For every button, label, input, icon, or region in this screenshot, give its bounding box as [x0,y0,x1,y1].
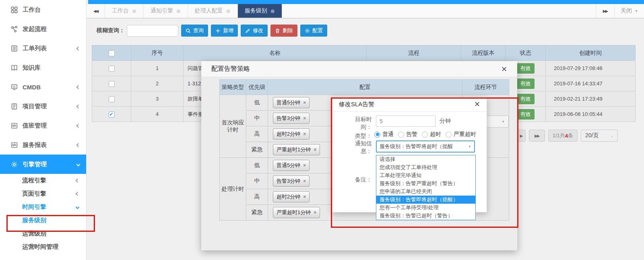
tag-remove-icon[interactable]: × [303,178,306,184]
tab-service-level[interactable]: 服务级别 ⊗ [238,4,282,18]
tab-label: 工作台 [112,7,129,14]
tab-notify-engine[interactable]: 通知引擎 ⊗ [144,4,188,18]
row-checkbox[interactable] [109,66,115,72]
tab-workbench[interactable]: 工作台 ⊗ [105,4,144,18]
cell-no: 3 [131,91,184,107]
delete-button[interactable]: 删除 [270,25,297,37]
dropdown-option[interactable]: 服务级别：告警即将超时（提醒） [376,196,475,204]
sla-tag[interactable]: 普通5分钟× [273,97,310,108]
next-page-button[interactable]: ▶ [517,130,526,142]
tag-remove-icon[interactable]: × [303,194,306,200]
target-time-input[interactable] [376,116,436,127]
table-header-row: 序号 名称 流程 流程版本 状态 创建时间 [92,45,636,61]
gear-icon [10,161,18,168]
tab-close-icon[interactable]: ⊗ [132,8,136,14]
sidebar-item-project-mgmt[interactable]: 项目管理 [0,97,86,116]
tag-remove-icon[interactable]: × [314,147,316,153]
dropdown-option[interactable]: 工单处理完毕通知 [376,171,475,180]
priority-cell: 紧急 [246,142,268,158]
sla-tag[interactable]: 超时2分钟× [273,191,310,202]
tag-remove-icon[interactable]: × [303,163,306,168]
edit-button[interactable]: 修改 [241,25,268,37]
dropdown-option[interactable]: 请选择 [376,155,475,163]
last-page-button[interactable]: ▶▶ [529,130,545,142]
close-tabs-dropdown[interactable]: 关闭 ▼ [614,4,644,18]
select-all-checkbox[interactable] [109,50,115,56]
chevron-down-icon: ⌄ [611,134,613,138]
tab-bar: ◀◀ 工作台 ⊗ 通知引擎 ⊗ 处理人配置 ⊗ 服务级别 ⊗ ▶▶ 关闭 ▼ [87,4,644,19]
sidebar-item-label: 项目管理 [23,103,77,110]
radio-option-timeout[interactable]: 超时 [422,131,441,138]
dropdown-option[interactable]: 您申请的工单已经关闭 [376,188,475,196]
sidebar-subitem-label: 流程引擎 [22,177,76,184]
column-header-flow: 流程 [367,45,461,61]
radio-option-severe-timeout[interactable]: 严重超时 [446,131,476,138]
radio-icon[interactable] [398,132,404,138]
tag-remove-icon[interactable]: × [303,116,306,121]
row-checkbox[interactable] [109,96,115,102]
column-header-policy-type: 策略类型 [220,80,246,95]
page-size-select[interactable]: 20/页 ⌄ [581,130,618,142]
tag-remove-icon[interactable]: × [303,100,306,105]
sidebar-subitem-label: 页面引擎 [22,190,76,198]
sidebar-item-service-report[interactable]: 服务报表 [0,135,86,155]
radio-option-alert[interactable]: 告警 [398,131,417,138]
tag-remove-icon[interactable]: × [303,131,306,137]
tab-label: 服务级别 [245,7,267,14]
dropdown-option[interactable]: 服务级别：告警已超时（警告） [376,212,475,220]
sidebar-subitem-service-level[interactable]: 服务级别 [0,214,86,227]
target-time-label: 目标时间： [353,116,372,131]
close-icon[interactable]: ✕ [474,101,480,108]
tab-close-icon[interactable]: ⊗ [176,8,181,14]
sidebar-item-workbench[interactable]: 工作台 [0,0,86,19]
add-button[interactable]: 新增 [211,25,238,37]
notify-message-select[interactable]: 服务级别：告警即将超时（提醒 ▼ [376,140,475,153]
notify-message-dropdown: 请选择 您成功提交了工单待处理 工单处理完毕通知 服务级别：告警严重超时（警告）… [376,155,476,220]
dropdown-option[interactable]: 服务级别：告警严重超时（警告） [376,180,475,188]
config-button[interactable]: 配置 [300,25,327,37]
sidebar-subitem-page-engine[interactable]: 页面引擎 [0,187,86,200]
sidebar-item-duty-mgmt[interactable]: 值班管理 [0,116,86,135]
sidebar-item-label: 引擎管理 [23,161,77,168]
radio-option-normal[interactable]: 普通 [374,131,394,138]
row-checkbox[interactable] [109,111,115,118]
sidebar-item-engine-mgmt[interactable]: 引擎管理 [0,155,86,174]
fuzzy-search-input[interactable] [127,25,178,37]
row-checkbox[interactable] [109,81,115,87]
search-icon [186,28,191,33]
tag-remove-icon[interactable]: × [314,210,316,215]
type-label: 类型： [353,132,372,140]
sla-tag[interactable]: 告警3分钟× [273,113,310,124]
chevron-left-icon [76,104,80,108]
sidebar-subitem-operation-time-mgmt[interactable]: 运营时间管理 [0,240,86,254]
sidebar-item-cmdb[interactable]: CMDB [0,77,86,97]
sla-tag[interactable]: 严重超时1分钟× [273,207,320,218]
priority-cell: 紧急 [246,205,268,221]
cell-no: 4 [131,107,184,122]
tabs-scroll-left-button[interactable]: ◀◀ [87,4,105,18]
radio-icon[interactable] [422,132,428,138]
sidebar-subitem-operation-level[interactable]: 运营级别 [0,227,86,240]
tab-handler-config[interactable]: 处理人配置 ⊗ [188,4,238,18]
radio-icon[interactable] [374,132,380,138]
sla-tag[interactable]: 超时2分钟× [273,128,310,140]
pagination-info: 1/1共4条 [548,130,578,142]
sla-tag[interactable]: 普通5分钟× [273,160,310,171]
tab-close-icon[interactable]: ⊗ [226,8,231,14]
sidebar-item-ticket-list[interactable]: 工单列表 [0,39,86,58]
sidebar-item-knowledge-base[interactable]: 知识库 [0,58,86,77]
close-icon[interactable]: ✕ [501,66,507,73]
sla-tag[interactable]: 严重超时1分钟× [273,144,320,155]
column-header-config: 配置 [268,80,462,95]
query-button[interactable]: 查询 [181,25,208,37]
sidebar-item-label: CMDB [23,84,77,91]
radio-icon[interactable] [446,132,452,138]
dropdown-option[interactable]: 您成功提交了工单待处理 [376,163,475,171]
sidebar-item-start-flow[interactable]: 发起流程 [0,19,86,39]
dropdown-option[interactable]: 您有一个工单待受理/处理 [376,204,475,212]
sla-tag[interactable]: 告警3分钟× [273,175,310,187]
tab-close-icon[interactable]: ⊗ [270,8,275,14]
sidebar-subitem-flow-engine[interactable]: 流程引擎 [0,174,86,187]
tabs-scroll-right-button[interactable]: ▶▶ [596,4,614,18]
sidebar-subitem-time-engine[interactable]: 时间引擎 [0,200,86,214]
